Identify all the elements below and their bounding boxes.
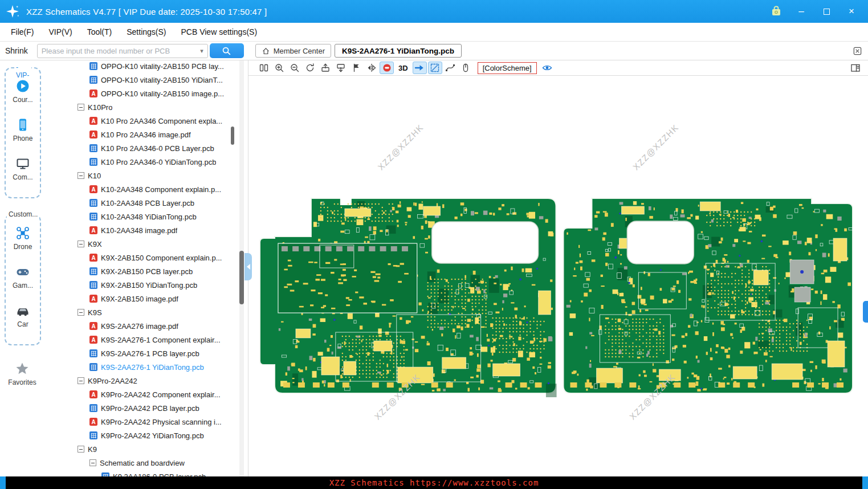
pdf-file-icon: A (89, 226, 97, 234)
tree-inner-scrollbar-thumb[interactable] (231, 127, 234, 145)
area-select-button[interactable] (428, 62, 442, 74)
tree-file[interactable]: K10 Pro 2AA346-0 YiDianTong.pcb (44, 155, 248, 169)
status-link[interactable]: XZZ Schematics https://www.xzztools.com (329, 478, 539, 487)
menu-item-file[interactable]: File(F) (3, 23, 41, 41)
curve-measure-button[interactable] (443, 62, 458, 74)
tree-file[interactable]: K9X-2AB150 PCB layer.pcb (44, 264, 248, 278)
close-panel-icon[interactable] (853, 46, 862, 56)
maximize-button[interactable] (819, 4, 834, 19)
collapse-right-handle[interactable] (863, 301, 868, 323)
pcb-canvas-svg[interactable]: XZZ@XZZHKXZZ@XZZHKXZZ@XZZHKXZZ@XZZHK (248, 76, 868, 476)
visibility-button[interactable] (540, 62, 555, 74)
tree-node[interactable]: K9S (44, 305, 248, 319)
tree-node[interactable]: Schematic and boardview (44, 456, 248, 470)
tree-file[interactable]: AK9Pro-2AA242 Physical scanning i... (44, 415, 248, 429)
tree-file[interactable]: AK10-2AA348 Component explain.p... (44, 182, 248, 196)
close-button[interactable]: × (844, 4, 859, 19)
member-center-button[interactable]: Member Center (255, 44, 331, 58)
minimize-button[interactable]: – (794, 4, 809, 19)
custom-group: Custom... DroneGam...Car (5, 214, 41, 345)
jump-arrow-button[interactable] (413, 62, 427, 74)
window-title: XZZ Schematics V4.77 [ VIP Due date: 202… (26, 7, 267, 17)
pdf-file-icon: A (89, 117, 97, 125)
sidebar-item-drone[interactable]: Drone (6, 226, 40, 251)
tree-file[interactable]: K9S-2AA276-1 PCB layer.pcb (44, 347, 248, 360)
combo-caret-icon[interactable]: ▾ (200, 47, 203, 55)
collapse-icon[interactable] (78, 241, 84, 247)
panel-toggle-button[interactable] (848, 62, 862, 74)
flip-horizontal-button[interactable] (364, 62, 378, 74)
tree-item-label: K9X-2AB150 Component explain.p... (101, 254, 222, 262)
sidebar-item-car[interactable]: Car (6, 303, 40, 328)
tree-file[interactable]: K9S-2AA276-1 YiDianTong.pcb (44, 360, 248, 374)
tree-node[interactable]: K9 (44, 442, 248, 456)
sidebar-item-favorites[interactable]: Favorites (0, 361, 44, 386)
tree-file[interactable]: AK9S-2AA276 image.pdf (44, 319, 248, 333)
tree-file[interactable]: AK9Pro-2AA242 Component explair... (44, 388, 248, 401)
split-view-button[interactable] (256, 62, 271, 74)
file-tree: OPPO-K10 vitality-2AB150 PCB lay...OPPO-… (44, 60, 248, 476)
tree-scrollbar[interactable] (239, 60, 244, 476)
sidebar-item-course[interactable]: Cour... (6, 79, 40, 104)
tree-file[interactable]: AK10 Pro 2AA346 image.pdf (44, 128, 248, 141)
pin-flag-button[interactable] (349, 62, 363, 74)
tree-file[interactable]: AK9X-2AB150 Component explain.p... (44, 251, 248, 264)
collapse-icon[interactable] (78, 446, 84, 453)
collapse-icon[interactable] (78, 172, 84, 179)
tree-item-label: K10 Pro 2AA346 Component expla... (101, 117, 222, 125)
tree-inner-scrollbar[interactable] (231, 60, 234, 476)
menu-item-pcb-view-settings[interactable]: PCB View settings(S) (173, 23, 264, 41)
diode-mode-button[interactable] (380, 62, 394, 74)
tree-file[interactable]: K10-2AA348 PCB Layer.pcb (44, 196, 248, 210)
zoom-out-icon (290, 63, 300, 73)
tree-item-label: K9 2AA186-0 PCB layer.pcb (113, 472, 206, 477)
tree-file[interactable]: AK10 Pro 2AA346 Component expla... (44, 114, 248, 128)
star-icon (15, 361, 30, 376)
tree-file[interactable]: K10-2AA348 YiDianTong.pcb (44, 210, 248, 223)
tree-node[interactable]: K10Pro (44, 100, 248, 114)
menu-item-tool[interactable]: Tool(T) (80, 23, 120, 41)
menu-item-settings[interactable]: Settings(S) (119, 23, 173, 41)
collapse-icon[interactable] (89, 459, 96, 466)
collapse-icon[interactable] (78, 309, 84, 316)
view-3d-button[interactable]: 3D (395, 62, 411, 74)
tree-file[interactable]: K9 2AA186-0 PCB layer.pcb (44, 470, 248, 476)
color-scheme-button[interactable]: [ColorScheme] (478, 62, 537, 74)
tree-file[interactable]: AOPPO-K10 vitality-2AB150 image.p... (44, 87, 248, 100)
shrink-button[interactable]: Shrink (5, 46, 28, 55)
export-bottom-button[interactable] (333, 62, 348, 74)
tree-node[interactable]: K10 (44, 169, 248, 182)
tree-file[interactable]: OPPO-K10 vitality-2AB150 YiDianT... (44, 73, 248, 87)
zoom-out-button[interactable] (287, 62, 301, 74)
model-search-input[interactable] (42, 47, 200, 55)
vip-safe-button[interactable] (769, 4, 784, 19)
tree-file[interactable]: AK10-2AA348 image.pdf (44, 223, 248, 237)
zoom-in-button[interactable] (272, 62, 286, 74)
probe-mouse-button[interactable] (459, 62, 473, 74)
collapse-tree-handle[interactable] (244, 253, 252, 280)
tree-file[interactable]: OPPO-K10 vitality-2AB150 PCB lay... (44, 60, 248, 73)
tree-node[interactable]: K9X (44, 237, 248, 251)
sidebar-item-game[interactable]: Gam... (6, 264, 40, 290)
visibility-eye-icon (542, 63, 552, 73)
tree-node[interactable]: K9Pro-2AA242 (44, 374, 248, 388)
tree-scrollbar-thumb[interactable] (239, 251, 244, 304)
tree-file[interactable]: K9Pro-2AA242 YiDianTong.pcb (44, 429, 248, 442)
model-search-combobox[interactable]: ▾ (37, 44, 208, 58)
tree-file[interactable]: K9Pro-2AA242 PCB layer.pcb (44, 401, 248, 415)
search-button[interactable] (210, 43, 244, 58)
tree-file[interactable]: AK9S-2AA276-1 Component explair... (44, 333, 248, 347)
collapse-icon[interactable] (78, 377, 84, 384)
menu-item-vip[interactable]: VIP(V) (41, 23, 79, 41)
export-top-button[interactable] (318, 62, 332, 74)
tab-active-pcb[interactable]: K9S-2AA276-1 YiDianTong.pcb (335, 44, 462, 58)
pcb-canvas[interactable]: XZZ@XZZHKXZZ@XZZHKXZZ@XZZHKXZZ@XZZHK (248, 76, 868, 476)
sidebar-item-phone[interactable]: Phone (6, 117, 40, 142)
collapse-icon[interactable] (78, 104, 84, 111)
tree-item-label: K9S-2AA276-1 YiDianTong.pcb (101, 363, 204, 372)
rotate-view-button[interactable] (303, 62, 317, 74)
tree-file[interactable]: AK9X-2AB150 image.pdf (44, 292, 248, 305)
tree-file[interactable]: K10 Pro 2AA346-0 PCB Layer.pcb (44, 141, 248, 155)
sidebar-item-computer[interactable]: Com... (6, 156, 40, 181)
tree-file[interactable]: K9X-2AB150 YiDianTong.pcb (44, 278, 248, 292)
